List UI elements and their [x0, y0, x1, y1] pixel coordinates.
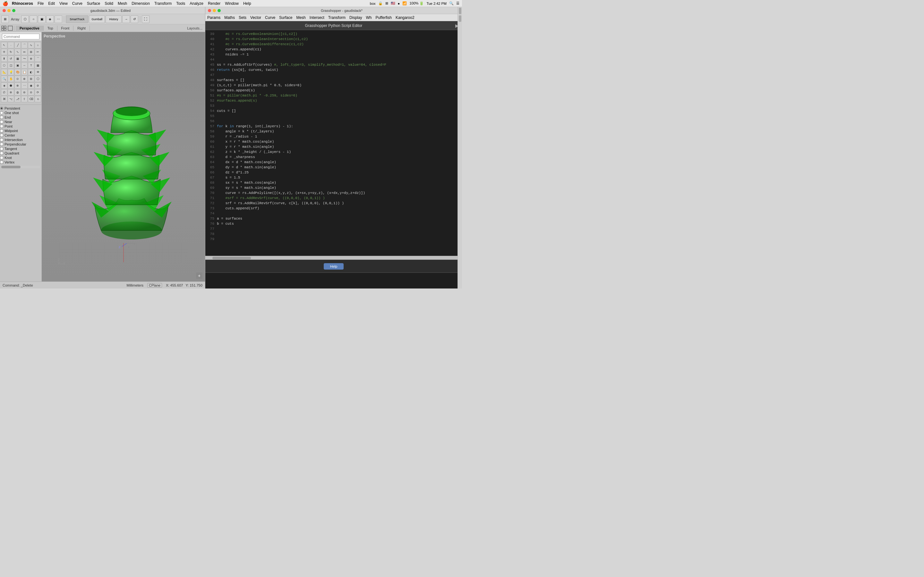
- gh-side-btn1[interactable]: [459, 8, 461, 14]
- maximize-button[interactable]: [12, 9, 15, 12]
- tool-solid[interactable]: ▣: [15, 62, 21, 69]
- tool-hatch[interactable]: ▩: [35, 62, 41, 69]
- tool-e6[interactable]: ⟳: [35, 89, 41, 95]
- menubar-mesh[interactable]: Mesh: [118, 1, 127, 6]
- toolbar-icon3[interactable]: ▣: [38, 15, 45, 23]
- tool-orbit[interactable]: ⊙: [15, 76, 21, 82]
- snap-end[interactable]: End: [0, 115, 41, 119]
- menubar-edit[interactable]: Edit: [48, 1, 55, 6]
- add-viewport-btn[interactable]: +: [196, 272, 202, 279]
- tool-rotate[interactable]: ↻: [8, 49, 14, 55]
- menubar-search[interactable]: 🔍: [449, 1, 454, 5]
- snap-persistent-radio[interactable]: [0, 107, 3, 110]
- menubar-analyze[interactable]: Analyze: [190, 1, 204, 6]
- tool-snap2[interactable]: ⊕: [21, 76, 27, 82]
- tool-extrude[interactable]: ⬆: [1, 55, 7, 62]
- code-area[interactable]: 39 #c = rs.CurveBooleanUnion([c1,c2]) 40…: [205, 30, 462, 256]
- snap-quadrant-checkbox[interactable]: [0, 152, 3, 155]
- tool-color[interactable]: 🎨: [15, 69, 21, 75]
- tool-array[interactable]: ⊞: [28, 49, 34, 55]
- tool-f2[interactable]: ⌥: [8, 96, 14, 102]
- tool-surface[interactable]: ◫: [8, 62, 14, 69]
- gh-menu-transform[interactable]: Transform: [328, 15, 346, 20]
- gumball-btn[interactable]: Gumball: [89, 15, 105, 23]
- toolbar-icon1[interactable]: ⬡: [21, 15, 29, 23]
- gh-minimize-button[interactable]: [213, 9, 216, 12]
- snap-center[interactable]: Center: [0, 133, 41, 137]
- tool-material[interactable]: ◐: [28, 69, 34, 75]
- layouts-btn[interactable]: Layouts...: [187, 26, 202, 30]
- snap-end-checkbox[interactable]: [0, 116, 3, 119]
- toolbar-array-btn[interactable]: ⊞: [1, 15, 9, 23]
- tool-dim[interactable]: ↔: [21, 62, 27, 69]
- menubar-render[interactable]: Render: [208, 1, 220, 6]
- snap-knot-checkbox[interactable]: [0, 156, 3, 159]
- tool-select[interactable]: ↖: [1, 42, 7, 48]
- snap-oneshot[interactable]: One shot: [0, 111, 41, 115]
- command-input[interactable]: [2, 34, 39, 39]
- tool-zoom[interactable]: 🔍: [1, 76, 7, 82]
- tool-e3[interactable]: ◍: [15, 89, 21, 95]
- gh-menu-pufferfish[interactable]: Pufferfish: [375, 15, 391, 20]
- gh-maximize-button[interactable]: [218, 9, 221, 12]
- menubar-surface[interactable]: Surface: [87, 1, 100, 6]
- snap-vertex[interactable]: Vertex: [0, 160, 41, 164]
- snap-point-checkbox[interactable]: [0, 125, 3, 128]
- snap-intersection-checkbox[interactable]: [0, 138, 3, 141]
- gh-menu-vector[interactable]: Vector: [250, 15, 261, 20]
- help-button[interactable]: Help: [324, 263, 344, 269]
- view-tab-top[interactable]: Top: [44, 26, 57, 31]
- snap-near[interactable]: Near: [0, 119, 41, 124]
- snap-perpendicular[interactable]: Perpendicular: [0, 142, 41, 147]
- gh-menu-curve[interactable]: Curve: [265, 15, 275, 20]
- history-btn[interactable]: History: [105, 15, 121, 23]
- gh-side-btn2[interactable]: [459, 15, 461, 22]
- viewport-3d[interactable]: Perspective: [42, 32, 205, 282]
- menubar-tools[interactable]: Tools: [176, 1, 185, 6]
- tool-e2[interactable]: ⊛: [8, 89, 14, 95]
- tool-analyze[interactable]: 📐: [1, 69, 7, 75]
- tool-sweep[interactable]: 〜: [21, 55, 27, 62]
- menubar-window[interactable]: Window: [225, 1, 239, 6]
- gh-menu-wh[interactable]: Wh: [366, 15, 372, 20]
- menubar-file[interactable]: File: [37, 1, 44, 6]
- tool-f1[interactable]: ⌘: [1, 96, 7, 102]
- menubar-solid[interactable]: Solid: [105, 1, 113, 6]
- tool-e1[interactable]: ∅: [1, 89, 7, 95]
- menubar-rhinoceros[interactable]: Rhinoceros: [12, 1, 33, 6]
- tool-f4[interactable]: ⇧: [21, 96, 27, 102]
- menubar-curve[interactable]: Curve: [72, 1, 82, 6]
- toolbar-icon4[interactable]: ◈: [46, 15, 54, 23]
- tool-circle[interactable]: ○: [35, 42, 41, 48]
- tool-move[interactable]: ✛: [1, 49, 7, 55]
- smart-track-btn[interactable]: SmartTrack: [66, 15, 88, 23]
- gh-menu-kangaroo[interactable]: Kangaroo2: [396, 15, 415, 20]
- tool-extra1[interactable]: ◈: [1, 82, 7, 89]
- tool-mesh[interactable]: ⬡: [1, 62, 7, 69]
- snap-tangent-checkbox[interactable]: [0, 147, 3, 150]
- tool-mirror[interactable]: ⇔: [21, 49, 27, 55]
- tool-f3[interactable]: ⎇: [15, 96, 21, 102]
- tool-extra4[interactable]: ⋯: [21, 82, 27, 89]
- snap-oneshot-radio[interactable]: [0, 111, 3, 114]
- apple-menu[interactable]: 🍎: [3, 1, 8, 6]
- snap-quadrant[interactable]: Quadrant: [0, 151, 41, 155]
- tool-fillet[interactable]: ⌒: [35, 55, 41, 62]
- gh-menu-surface[interactable]: Surface: [279, 15, 292, 20]
- tool-text[interactable]: T: [28, 62, 34, 69]
- tool-f6[interactable]: ⎋: [35, 96, 41, 102]
- gh-menu-maths[interactable]: Maths: [224, 15, 235, 20]
- snap-center-checkbox[interactable]: [0, 134, 3, 137]
- snap-perp-checkbox[interactable]: [0, 143, 3, 146]
- view-tab-right[interactable]: Right: [73, 26, 90, 31]
- tool-curve[interactable]: ∿: [28, 42, 34, 48]
- snap-point[interactable]: Point: [0, 124, 41, 129]
- menubar-help[interactable]: Help: [243, 1, 251, 6]
- gh-close-button[interactable]: [208, 9, 211, 12]
- menubar-view[interactable]: View: [59, 1, 68, 6]
- h-scrollbar[interactable]: [205, 256, 462, 259]
- menubar-dimension[interactable]: Dimension: [132, 1, 150, 6]
- tool-extra3[interactable]: ⊗: [15, 82, 21, 89]
- tool-pan[interactable]: ✋: [8, 76, 14, 82]
- snap-near-checkbox[interactable]: [0, 120, 3, 123]
